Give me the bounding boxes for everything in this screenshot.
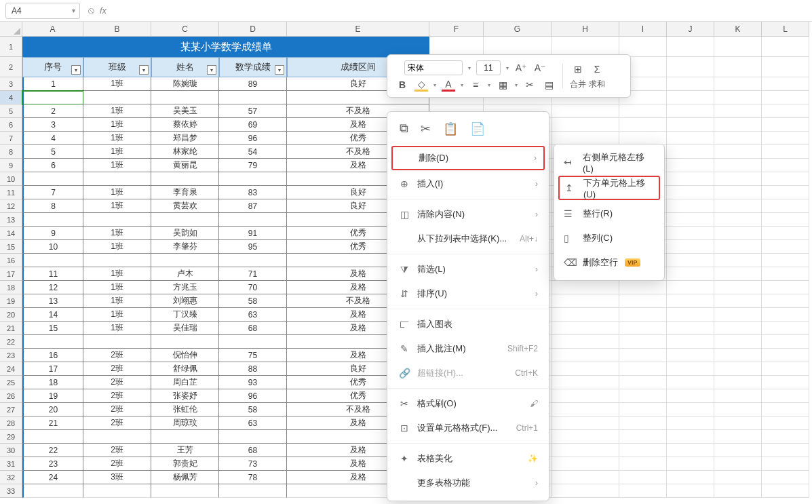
select-all-corner[interactable] — [0, 22, 22, 37]
cell[interactable]: 5 — [22, 145, 83, 159]
cell[interactable] — [83, 91, 151, 104]
submenu-entire-col[interactable]: ▯ 整列(C) — [554, 226, 664, 250]
row-header[interactable]: 29 — [0, 430, 22, 444]
cell[interactable] — [714, 376, 762, 389]
cell[interactable] — [762, 91, 809, 104]
cell[interactable] — [151, 213, 219, 227]
cell[interactable] — [552, 403, 619, 416]
col-header-B[interactable]: B — [83, 22, 151, 37]
cell[interactable] — [83, 335, 151, 349]
cell[interactable] — [667, 77, 714, 91]
cell[interactable]: 6 — [22, 159, 83, 172]
cell[interactable] — [714, 444, 762, 457]
cell[interactable] — [619, 281, 667, 294]
cell[interactable] — [151, 172, 219, 186]
col-header-D[interactable]: D — [219, 22, 287, 37]
cell[interactable] — [762, 77, 809, 91]
cell[interactable] — [667, 430, 714, 444]
cell[interactable] — [219, 91, 287, 104]
cell[interactable] — [619, 335, 667, 349]
cell[interactable] — [552, 416, 619, 430]
cell[interactable]: 2班 — [83, 403, 151, 416]
cell[interactable] — [762, 281, 809, 294]
cell[interactable] — [667, 389, 714, 403]
cell[interactable] — [762, 376, 809, 389]
cancel-formula-icon[interactable]: ⦸ — [88, 5, 94, 16]
cell[interactable] — [762, 416, 809, 430]
row-header[interactable]: 3 — [0, 77, 22, 91]
cell[interactable] — [619, 132, 667, 145]
cell[interactable]: 李育泉 — [151, 186, 219, 199]
cell[interactable] — [552, 335, 619, 349]
cell[interactable] — [552, 132, 619, 145]
filter-dropdown-icon[interactable]: ▾ — [275, 65, 284, 75]
font-size-input[interactable] — [476, 60, 501, 75]
cell[interactable] — [714, 267, 762, 281]
row-header[interactable]: 23 — [0, 349, 22, 362]
cell[interactable] — [83, 254, 151, 267]
row-header[interactable]: 17 — [0, 267, 22, 281]
menu-item-chart[interactable]: ⫍ 插入图表 — [387, 312, 549, 336]
cell[interactable] — [714, 294, 762, 308]
cell[interactable] — [762, 389, 809, 403]
row-header[interactable]: 19 — [0, 294, 22, 308]
cell[interactable]: 87 — [219, 199, 287, 213]
filter-dropdown-icon[interactable]: ▾ — [207, 65, 216, 75]
cell[interactable] — [762, 227, 809, 240]
cell[interactable] — [667, 145, 714, 159]
cell[interactable]: 71 — [219, 267, 287, 281]
cell[interactable] — [667, 444, 714, 457]
cell[interactable] — [762, 254, 809, 267]
chevron-down-icon[interactable]: ▾ — [433, 82, 436, 88]
chevron-down-icon[interactable]: ▾ — [515, 82, 518, 88]
cell[interactable]: 1班 — [83, 132, 151, 145]
cell[interactable] — [762, 444, 809, 457]
cell[interactable]: 54 — [219, 145, 287, 159]
cell[interactable] — [22, 91, 83, 104]
cell[interactable]: 倪怡伸 — [151, 349, 219, 362]
cell[interactable]: 21 — [22, 416, 83, 430]
cell[interactable]: 1班 — [83, 118, 151, 132]
cell[interactable] — [762, 430, 809, 444]
cell[interactable]: 96 — [219, 132, 287, 145]
cell[interactable] — [667, 362, 714, 376]
row-header[interactable]: 30 — [0, 444, 22, 457]
col-header-J[interactable]: J — [667, 22, 714, 37]
cell[interactable] — [762, 37, 809, 57]
cell[interactable] — [762, 213, 809, 227]
cell[interactable] — [552, 104, 619, 118]
cell[interactable] — [619, 484, 667, 498]
cell[interactable] — [762, 403, 809, 416]
menu-item-clear[interactable]: ◫ 清除内容(N) › — [387, 202, 549, 227]
menu-item-beautify[interactable]: ✦ 表格美化 ✨ — [387, 446, 549, 471]
table-header-cell[interactable]: 序号▾ — [22, 57, 83, 77]
cell[interactable]: 89 — [219, 77, 287, 91]
cell[interactable] — [667, 403, 714, 416]
decrease-font-icon[interactable]: A⁻ — [533, 61, 547, 75]
row-header[interactable]: 1 — [0, 37, 22, 57]
cell[interactable]: 刘翊惠 — [151, 294, 219, 308]
cell[interactable] — [714, 362, 762, 376]
cell[interactable]: 陈婉璇 — [151, 77, 219, 91]
cell[interactable]: 22 — [22, 444, 83, 457]
chevron-down-icon[interactable]: ▾ — [461, 82, 463, 88]
cell[interactable] — [667, 199, 714, 213]
cell[interactable]: 68 — [219, 322, 287, 335]
cell[interactable] — [714, 199, 762, 213]
cell[interactable] — [22, 213, 83, 227]
cell[interactable]: 58 — [219, 294, 287, 308]
cell[interactable] — [219, 335, 287, 349]
cell[interactable] — [552, 349, 619, 362]
cell[interactable]: 20 — [22, 403, 83, 416]
row-header[interactable]: 14 — [0, 227, 22, 240]
cell[interactable]: 1班 — [83, 294, 151, 308]
cell[interactable] — [762, 362, 809, 376]
cell[interactable] — [762, 335, 809, 349]
menu-item-filter[interactable]: ⧩ 筛选(L) › — [387, 257, 549, 282]
cell[interactable] — [83, 213, 151, 227]
cell[interactable]: 1班 — [83, 240, 151, 254]
cell[interactable] — [714, 322, 762, 335]
cell[interactable]: 11 — [22, 267, 83, 281]
paste-special-icon[interactable]: 📄 — [470, 121, 485, 136]
menu-item-delete[interactable]: 删除(D) › — [391, 146, 545, 170]
